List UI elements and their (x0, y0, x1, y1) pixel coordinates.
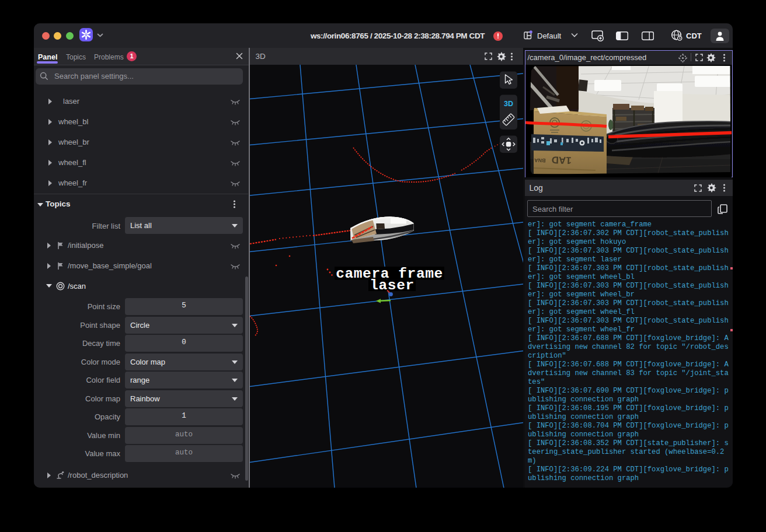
svg-text:3D: 3D (504, 99, 513, 107)
svg-text:1AD: 1AD (551, 154, 572, 166)
svg-text:BNA: BNA (534, 157, 545, 163)
svg-text:laser: laser (370, 278, 415, 293)
